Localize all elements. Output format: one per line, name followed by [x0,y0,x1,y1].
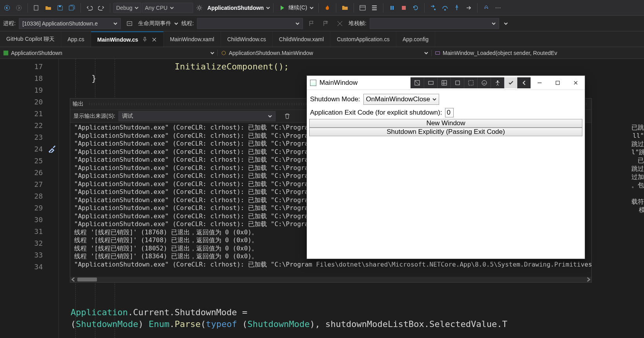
nav-back-icon[interactable] [2,2,13,13]
stack-dropdown[interactable] [370,18,499,29]
svg-rect-5 [360,5,365,10]
output-source-label: 显示输出来源(S): [73,113,115,120]
class-icon [221,50,226,56]
track-focus-icon[interactable] [451,77,464,88]
svg-rect-17 [4,50,8,55]
tab-mainwindow-cs[interactable]: MainWindow.cs [91,31,164,47]
new-item-icon[interactable] [31,2,42,13]
shutdown-mode-dropdown[interactable]: OnMainWindowClose [363,94,439,105]
screwdriver-glyph-icon[interactable] [48,145,56,153]
continue-button[interactable] [277,2,288,13]
minimize-button[interactable] [531,76,549,90]
output-clear-icon[interactable] [282,111,293,122]
output-title: 输出 [73,100,84,108]
svg-rect-18 [436,51,440,54]
tab-childwindow-cs[interactable]: ChildWindow.cs [221,31,273,47]
list-icon[interactable] [369,2,380,13]
save-all-icon[interactable] [66,2,77,13]
scan-checkmark-icon[interactable] [504,77,517,88]
flag-all-icon[interactable] [320,18,331,29]
svg-point-24 [482,80,487,85]
close-window-button[interactable] [567,76,585,90]
process-dropdown[interactable]: [10336] ApplicationShutdown.e [19,18,121,29]
svg-point-12 [456,5,457,6]
close-tab-icon[interactable] [151,37,157,42]
app-icon [310,80,316,86]
startup-project[interactable]: ApplicationShutdown [206,5,265,11]
svg-rect-2 [34,5,38,10]
tab-mainwindow-xaml[interactable]: MainWindow.xaml [164,31,221,47]
thread-dropdown[interactable] [197,18,303,29]
svg-point-14 [497,7,498,8]
shutdown-explicitly-button[interactable]: Shutdown Explicitly (Passing Exit Code) [309,128,582,136]
tab-app-cs[interactable]: App.cs [61,31,91,47]
flag-icon[interactable] [306,18,317,29]
new-window-button[interactable]: New Window [309,119,582,128]
line-number: 17 [0,60,58,72]
stop-icon[interactable] [398,2,409,13]
lifecycle-label: 生命周期事件 [138,20,171,27]
go-to-live-visual-tree-icon[interactable] [410,77,424,88]
svg-point-1 [16,5,22,10]
redo-icon[interactable] [96,2,107,13]
open-folder-icon[interactable] [43,2,54,13]
hot-reload-icon[interactable] [322,2,333,13]
tab-app-config[interactable]: App.config [396,31,435,47]
accessibility-icon[interactable] [491,77,504,88]
restart-icon[interactable] [410,2,421,13]
binding-errors-icon[interactable] [477,77,491,88]
config-dropdown[interactable]: Debug [113,3,141,13]
code-bottom-lines: Application.Current.ShutdownMode = (Shut… [71,307,507,330]
step-into-icon[interactable] [428,2,439,13]
collapse-toolbar-icon[interactable] [517,77,531,88]
nav-project-dropdown[interactable]: ApplicationShutdown [0,50,218,56]
svg-rect-3 [59,5,61,7]
output-source-dropdown[interactable]: 调试 [119,111,275,121]
pause-icon[interactable] [387,2,398,13]
svg-rect-8 [392,6,394,10]
svg-rect-7 [390,6,392,10]
unflag-icon[interactable] [334,18,345,29]
select-element-icon[interactable] [424,77,437,88]
overflow-icon[interactable] [493,2,504,13]
editor-gutter: 17 18 19 20 21 22 23 24 25 26 27 28 29 3… [0,59,59,338]
svg-point-25 [497,80,498,82]
undo-icon[interactable] [84,2,95,13]
live-visual-tree-icon[interactable] [481,2,492,13]
hot-reload-app-icon[interactable] [464,77,477,88]
running-app-window[interactable]: MainWindow Shutdown Mode: OnMainWindowCl… [306,75,585,259]
exit-code-input[interactable] [445,108,454,117]
method-icon [435,50,440,56]
display-layout-icon[interactable] [437,77,451,88]
scroll-right-icon[interactable] [586,277,591,282]
startup-chevron-icon[interactable] [266,6,270,10]
continue-chevron-icon[interactable] [310,6,314,10]
svg-point-4 [198,7,201,9]
save-icon[interactable] [55,2,66,13]
window-layout-icon[interactable] [357,2,368,13]
maximize-button[interactable] [549,76,567,90]
debug-process-bar: 进程: [10336] ApplicationShutdown.e 生命周期事件… [0,16,644,31]
scroll-left-icon[interactable] [71,277,76,282]
pin-icon[interactable] [142,37,148,42]
app-titlebar[interactable]: MainWindow [307,76,585,90]
svg-rect-20 [429,81,433,84]
startup-settings-icon[interactable] [194,2,205,13]
svg-rect-21 [442,80,447,85]
scroll-thumb[interactable] [77,278,97,281]
output-hscrollbar[interactable] [70,277,591,282]
tab-childwindow-xaml[interactable]: ChildWindow.xaml [273,31,330,47]
platform-dropdown[interactable]: Any CPU [142,3,193,13]
process-label: 进程: [3,20,16,27]
step-misc-icon[interactable] [463,2,474,13]
tab-customapplication-cs[interactable]: CustomApplication.cs [330,31,396,47]
svg-point-0 [5,5,10,10]
tab-copilot[interactable]: GitHub Copilot 聊天 [0,31,61,47]
lifecycle-icon[interactable] [124,18,135,29]
step-out-icon[interactable] [451,2,462,13]
nav-method-dropdown[interactable]: MainWindow_Loaded(object sender, RoutedE… [432,50,644,56]
nav-class-dropdown[interactable]: ApplicationShutdown.MainWindow [218,50,432,56]
nav-forward-icon[interactable] [13,2,24,13]
step-over-icon[interactable] [440,2,451,13]
folder-view-icon[interactable] [339,2,350,13]
